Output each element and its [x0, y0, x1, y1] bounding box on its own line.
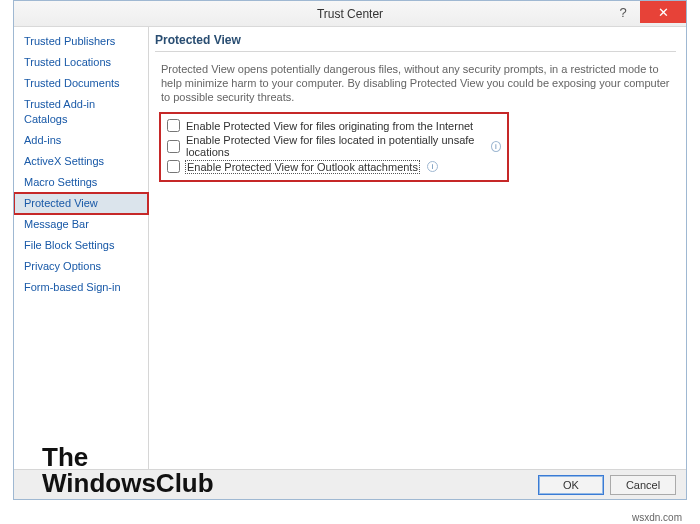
section-title: Protected View: [155, 33, 676, 49]
sidebar-item-message-bar[interactable]: Message Bar: [14, 214, 148, 235]
section-description: Protected View opens potentially dangero…: [155, 60, 676, 112]
option-internet-files: Enable Protected View for files originat…: [167, 118, 501, 133]
window-title: Trust Center: [14, 7, 686, 21]
section-header: Protected View: [155, 31, 676, 52]
sidebar-item-trusted-documents[interactable]: Trusted Documents: [14, 73, 148, 94]
sidebar-item-trusted-addin-catalogs[interactable]: Trusted Add-in Catalogs: [14, 94, 148, 130]
cancel-button[interactable]: Cancel: [610, 475, 676, 495]
label-internet-files: Enable Protected View for files originat…: [186, 120, 473, 132]
content-panel: Protected View Protected View opens pote…: [149, 27, 686, 469]
option-outlook-attachments: Enable Protected View for Outlook attach…: [167, 159, 501, 174]
sidebar-item-form-based-signin[interactable]: Form-based Sign-in: [14, 277, 148, 298]
help-icon[interactable]: ?: [606, 1, 640, 23]
label-outlook-attachments: Enable Protected View for Outlook attach…: [186, 161, 419, 173]
checkbox-internet-files[interactable]: [167, 119, 180, 132]
checkbox-unsafe-locations[interactable]: [167, 140, 180, 153]
sidebar-item-macro-settings[interactable]: Macro Settings: [14, 172, 148, 193]
source-badge: wsxdn.com: [632, 512, 682, 523]
sidebar-item-file-block-settings[interactable]: File Block Settings: [14, 235, 148, 256]
watermark-logo: The WindowsClub: [42, 444, 214, 496]
sidebar-item-addins[interactable]: Add-ins: [14, 130, 148, 151]
sidebar-item-trusted-publishers[interactable]: Trusted Publishers: [14, 31, 148, 52]
sidebar-item-protected-view[interactable]: Protected View: [14, 193, 148, 214]
close-icon[interactable]: ✕: [640, 1, 686, 23]
trust-center-dialog: Trust Center ? ✕ Trusted Publishers Trus…: [13, 0, 687, 500]
sidebar: Trusted Publishers Trusted Locations Tru…: [14, 27, 149, 469]
titlebar: Trust Center ? ✕: [14, 1, 686, 27]
ok-button[interactable]: OK: [538, 475, 604, 495]
info-icon[interactable]: i: [427, 161, 438, 172]
label-unsafe-locations: Enable Protected View for files located …: [186, 134, 483, 158]
info-icon[interactable]: i: [491, 141, 501, 152]
dialog-body: Trusted Publishers Trusted Locations Tru…: [14, 27, 686, 469]
option-unsafe-locations: Enable Protected View for files located …: [167, 133, 501, 159]
sidebar-item-trusted-locations[interactable]: Trusted Locations: [14, 52, 148, 73]
protected-view-options: Enable Protected View for files originat…: [159, 112, 509, 182]
checkbox-outlook-attachments[interactable]: [167, 160, 180, 173]
sidebar-item-activex-settings[interactable]: ActiveX Settings: [14, 151, 148, 172]
window-controls: ? ✕: [606, 1, 686, 23]
sidebar-item-privacy-options[interactable]: Privacy Options: [14, 256, 148, 277]
